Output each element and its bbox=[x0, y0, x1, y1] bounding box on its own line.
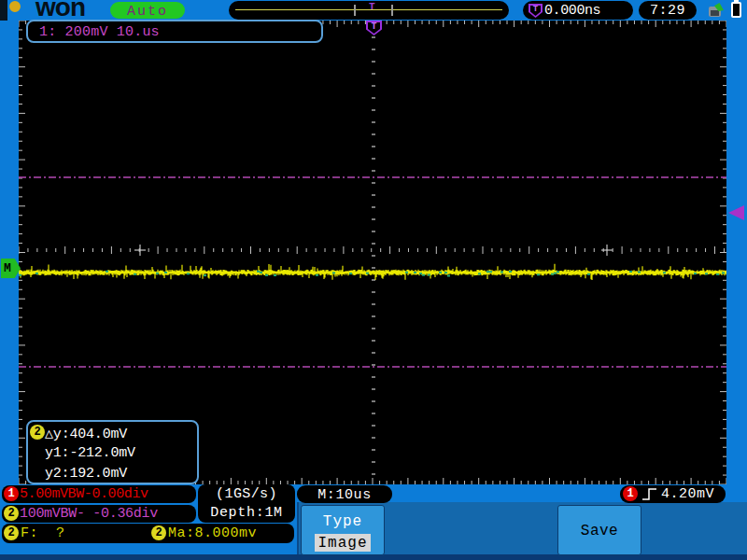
channel-info-box: 1: 200mV 10.us bbox=[26, 20, 323, 43]
waveform-display: T bbox=[19, 21, 726, 484]
trigger-t-icon: T bbox=[529, 4, 543, 18]
cursor-channel-badge: 2 bbox=[30, 425, 45, 440]
trigger-level-pill: 1 4.20mV bbox=[620, 485, 726, 503]
acquire-mode-pill[interactable]: Auto bbox=[110, 2, 185, 19]
window-bracket-left bbox=[354, 5, 356, 16]
trigger-position-bar[interactable]: T bbox=[229, 1, 509, 20]
timebase-pill: M:10us bbox=[297, 485, 392, 503]
ch2-badge: 2 bbox=[4, 506, 19, 521]
trigger-offset-value: 0.000ns bbox=[544, 3, 600, 19]
cursor-delta-y: △y:404.0mV bbox=[45, 425, 127, 442]
graticule-and-traces bbox=[19, 21, 726, 484]
clock-value: 7:29 bbox=[650, 3, 685, 19]
cursor-measure-box: 2 △y:404.0mV y1:-212.0mV y2:192.0mV bbox=[26, 420, 199, 484]
ch2-status-pill: 2 100mVBW- -0.36div bbox=[2, 505, 196, 523]
ma-badge: 2 bbox=[151, 525, 166, 540]
cursor-y1: y1:-212.0mV bbox=[45, 445, 135, 461]
freq-text: F: ? bbox=[21, 525, 65, 541]
math-marker-label: M bbox=[4, 261, 11, 275]
ch1-badge: 1 bbox=[4, 486, 19, 501]
measure-status-pill: 2 F: ? 2 Ma:8.000mv bbox=[2, 524, 294, 543]
menu-type-button[interactable]: Type Image bbox=[301, 505, 385, 555]
battery-icon bbox=[731, 2, 741, 18]
menu-type-label: Type bbox=[302, 513, 384, 530]
window-bracket-right bbox=[391, 5, 393, 16]
channel-info-text: 1: 200mV 10.us bbox=[39, 24, 160, 40]
top-left-dark-corner bbox=[0, 0, 7, 21]
ch2-status-text: 100mVBW- -0.36div bbox=[20, 506, 158, 522]
trigger-pos-t-icon: T bbox=[369, 1, 375, 12]
cursor-y2: y2:192.0mV bbox=[45, 466, 127, 482]
trigger-level-text: 4.20mV bbox=[661, 486, 714, 502]
menu-save-label: Save bbox=[581, 523, 618, 539]
clock-pill: 7:29 bbox=[639, 1, 697, 20]
menu-type-value: Image bbox=[317, 535, 367, 552]
ch1-status-text: 5.00mVBW-0.00div bbox=[20, 486, 148, 502]
ma-text: Ma:8.000mv bbox=[168, 525, 257, 541]
acquire-mode-label: Auto bbox=[127, 4, 168, 20]
ch1-status-pill: 1 5.00mVBW-0.00div bbox=[2, 485, 196, 503]
trigger-badge: 1 bbox=[623, 486, 638, 501]
top-bar: won Auto T T 0.000ns 7:29 bbox=[0, 0, 747, 21]
logo-ring-icon bbox=[9, 1, 21, 12]
depth-text: Depth:1M bbox=[198, 505, 295, 521]
trigger-offset-pill: T 0.000ns bbox=[523, 1, 633, 20]
timebase-text: M:10us bbox=[317, 487, 372, 503]
trigger-level-arrow-icon[interactable] bbox=[728, 205, 744, 220]
usb-disk-icon bbox=[708, 3, 724, 17]
menu-save-button[interactable]: Save bbox=[557, 505, 641, 555]
freq-badge: 2 bbox=[4, 525, 19, 540]
sample-info-box: (1GS/s) Depth:1M bbox=[198, 484, 295, 523]
menu-type-value-chip: Image bbox=[315, 534, 370, 552]
sample-rate-text: (1GS/s) bbox=[198, 486, 295, 502]
math-channel-marker[interactable]: M bbox=[1, 259, 21, 278]
rising-edge-icon bbox=[642, 488, 657, 500]
